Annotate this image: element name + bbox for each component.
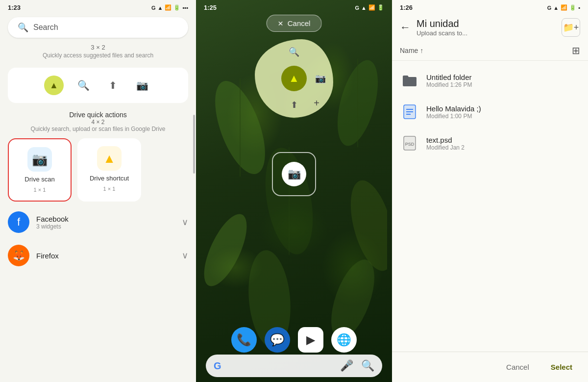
- status-icons-3: G ▲ 📶 🔋 •: [547, 4, 580, 11]
- facebook-widgets: 3 widgets: [36, 223, 175, 230]
- drive-title: Mi unidad: [416, 18, 556, 29]
- firefox-icon: 🦊: [8, 245, 29, 266]
- bubble-camera-icon[interactable]: 📷: [312, 70, 329, 87]
- bubble-plus-icon[interactable]: +: [308, 94, 325, 112]
- g-icon-2: G: [355, 5, 360, 11]
- drive-triangle-icon: ▲: [103, 151, 116, 166]
- camera-scan-icon: 📷: [32, 152, 48, 167]
- status-bar-3: 1:26 G ▲ 📶 🔋 •: [392, 0, 588, 13]
- search-bar[interactable]: 🔍 Search: [8, 17, 188, 38]
- status-icons-2: G ▲ 📶 🔋: [355, 4, 384, 11]
- drive-subtitle: Upload scans to...: [416, 29, 556, 37]
- text-psd-modified: Modified Jan 2: [426, 144, 580, 151]
- drive-list-header: Name ↑ ⊞: [392, 41, 588, 61]
- app-list-item-firefox[interactable]: 🦊 Firefox ∨: [0, 239, 196, 272]
- wifi-icon-2: 📶: [368, 4, 375, 11]
- grid-view-button[interactable]: ⊞: [572, 45, 580, 56]
- status-time-2: 1:25: [204, 4, 217, 11]
- widget-desc: Quickly access suggested files and searc…: [8, 52, 188, 59]
- drive-quick-grid: 4 × 2: [8, 119, 188, 126]
- search-icon: 🔍: [18, 22, 28, 33]
- camera-widget-preview: 📷: [282, 162, 306, 186]
- widget-item-drive-shortcut[interactable]: ▲ Drive shortcut 1 × 1: [77, 138, 141, 202]
- drive-header: ← Mi unidad Upload scans to... 📁+: [392, 13, 588, 41]
- file-item-text-psd[interactable]: PSD text.psd Modified Jan 2: [392, 127, 588, 159]
- doc-icon: [400, 102, 419, 122]
- svg-text:PSD: PSD: [405, 142, 415, 147]
- triangle-icon: ▲: [49, 80, 58, 91]
- facebook-chevron-icon: ∨: [182, 217, 188, 228]
- firefox-chevron-icon: ∨: [182, 250, 188, 261]
- chrome-icon[interactable]: 🌐: [331, 327, 357, 353]
- search-widget-icon: 🔍: [74, 76, 93, 95]
- cancel-label: Cancel: [288, 19, 311, 27]
- drive-quick-actions-section: Drive quick actions 4 × 2 Quickly search…: [0, 107, 196, 134]
- bubble-search-icon[interactable]: 🔍: [285, 43, 303, 61]
- cancel-x-icon: ✕: [278, 20, 284, 27]
- google-g-icon: G: [214, 360, 221, 372]
- new-folder-button[interactable]: 📁+: [562, 18, 580, 37]
- app-list-item-facebook[interactable]: f Facebook 3 widgets ∨: [0, 205, 196, 239]
- drive-shortcut-icon: ▲: [97, 146, 122, 171]
- battery-icon-3: 🔋: [569, 4, 576, 11]
- bubble-shape: 🔍 📷 ⬆ + ▲: [255, 39, 333, 118]
- wifi-icon: 📶: [165, 4, 172, 11]
- phone-icon[interactable]: 📞: [231, 327, 257, 353]
- widget-item-drive-scan[interactable]: 📷 Drive scan 1 × 1: [8, 138, 72, 202]
- file-item-hello-malavida[interactable]: Hello Malavida ;) Modified 1:00 PM: [392, 96, 588, 127]
- widget-items-row: 📷 Drive scan 1 × 1 ▲ Drive shortcut 1 × …: [0, 134, 196, 205]
- status-bar-2: 1:25 G ▲ 📶 🔋: [196, 0, 392, 13]
- g-icon: G: [151, 5, 156, 11]
- file-item-untitled-folder[interactable]: Untitled folder Modified 1:26 PM: [392, 65, 588, 96]
- lens-icon[interactable]: 🔍: [361, 359, 374, 372]
- signal-icon: ▲: [158, 5, 163, 11]
- drive-file-list: Untitled folder Modified 1:26 PM Hello M…: [392, 61, 588, 210]
- signal-icon-3: ▲: [553, 5, 559, 11]
- upload-widget-icon: ⬆: [103, 76, 122, 95]
- drive-icon-widget: ▲: [44, 76, 64, 95]
- quick-actions-bubble: 🔍 📷 ⬆ + ▲: [255, 39, 333, 118]
- wifi-icon-3: 📶: [561, 4, 567, 11]
- firefox-name: Firefox: [36, 252, 175, 260]
- status-time-1: 1:23: [8, 4, 21, 11]
- signal-icon-2: ▲: [361, 5, 367, 11]
- back-button[interactable]: ←: [400, 21, 411, 34]
- widget-shortcut-size: 1 × 1: [103, 186, 116, 192]
- more-icon: •••: [182, 5, 188, 11]
- widget-preview-simple: ▲ 🔍 ⬆ 📷: [8, 68, 188, 103]
- g-icon-3: G: [547, 5, 552, 11]
- home-dock: 📞 💬 ▶ 🌐: [231, 327, 357, 353]
- hello-malavida-info: Hello Malavida ;) Modified 1:00 PM: [426, 104, 580, 120]
- widget-grid-label: 3 × 2: [8, 44, 188, 51]
- widget-scan-size: 1 × 1: [34, 187, 46, 193]
- widget-3x2-section: 3 × 2 Quickly access suggested files and…: [0, 44, 196, 64]
- messages-icon[interactable]: 💬: [265, 327, 290, 353]
- sort-button[interactable]: Name ↑: [400, 47, 423, 54]
- widget-picker-panel: 1:23 G ▲ 📶 🔋 ••• 🔍 Search 3 × 2 Quickly …: [0, 0, 196, 382]
- drive-cancel-button[interactable]: Cancel: [500, 359, 535, 375]
- sort-label: Name: [400, 47, 418, 54]
- bubble-upload-icon[interactable]: ⬆: [285, 96, 303, 114]
- new-folder-icon: 📁+: [563, 22, 579, 33]
- home-search-bar[interactable]: G 🎤 🔍: [206, 355, 382, 377]
- folder-icon: [400, 71, 419, 90]
- drive-picker-panel: 1:26 G ▲ 📶 🔋 • ← Mi unidad Upload scans …: [392, 0, 588, 382]
- cancel-pill[interactable]: ✕ Cancel: [267, 15, 322, 32]
- widget-shortcut-label: Drive shortcut: [90, 175, 129, 182]
- search-label: Search: [33, 23, 58, 32]
- play-store-icon[interactable]: ▶: [298, 327, 323, 353]
- drive-select-button[interactable]: Select: [545, 359, 578, 375]
- facebook-name: Facebook: [36, 215, 175, 223]
- battery-icon-2: 🔋: [377, 4, 384, 11]
- sort-arrow-icon: ↑: [420, 47, 423, 54]
- drive-bottom-bar: Cancel Select: [392, 352, 588, 382]
- status-bar-1: 1:23 G ▲ 📶 🔋 •••: [0, 0, 196, 13]
- facebook-info: Facebook 3 widgets: [36, 215, 175, 230]
- scrollbar[interactable]: [193, 115, 195, 174]
- home-screen-panel: 1:25 G ▲ 📶 🔋 ✕ Cancel 🔍 📷 ⬆ + ▲: [196, 0, 392, 382]
- mic-icon[interactable]: 🎤: [340, 359, 353, 372]
- drive-title-area: Mi unidad Upload scans to...: [416, 18, 556, 37]
- hello-malavida-name: Hello Malavida ;): [426, 104, 580, 113]
- camera-widget-icon: 📷: [132, 76, 152, 95]
- bubble-drive-center[interactable]: ▲: [281, 66, 307, 91]
